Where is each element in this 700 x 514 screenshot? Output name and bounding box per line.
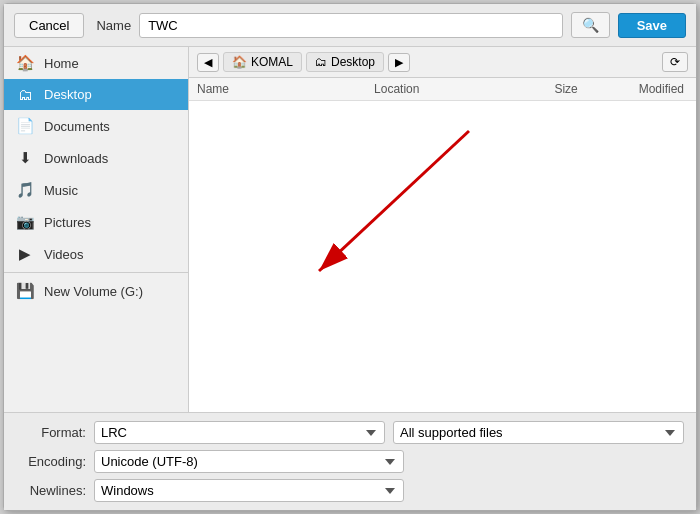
sidebar: 🏠 Home 🗂 Desktop 📄 Documents ⬇ Downloads…: [4, 47, 189, 412]
sidebar-item-downloads[interactable]: ⬇ Downloads: [4, 142, 188, 174]
col-size: Size: [507, 82, 578, 96]
sidebar-item-label: Music: [44, 183, 78, 198]
format-label: Format:: [16, 425, 86, 440]
forward-button[interactable]: ▶: [388, 53, 410, 72]
newlines-row: Newlines: Windows Unix Mac: [16, 479, 684, 502]
format-row: Format: LRC SRT ASS VTT All supported fi…: [16, 421, 684, 444]
sidebar-item-label: New Volume (G:): [44, 284, 143, 299]
name-label: Name: [96, 18, 131, 33]
sidebar-item-pictures[interactable]: 📷 Pictures: [4, 206, 188, 238]
breadcrumb-komal[interactable]: 🏠 KOMAL: [223, 52, 302, 72]
volume-icon: 💾: [16, 282, 34, 300]
sidebar-item-label: Videos: [44, 247, 84, 262]
encoding-label: Encoding:: [16, 454, 86, 469]
breadcrumb-desktop-label: Desktop: [331, 55, 375, 69]
music-icon: 🎵: [16, 181, 34, 199]
search-button[interactable]: 🔍: [571, 12, 610, 38]
breadcrumb-bar: ◀ 🏠 KOMAL 🗂 Desktop ▶ ⟳: [189, 47, 696, 78]
documents-icon: 📄: [16, 117, 34, 135]
col-location: Location: [374, 82, 507, 96]
file-area: ◀ 🏠 KOMAL 🗂 Desktop ▶ ⟳ Name Location Si…: [189, 47, 696, 412]
name-input[interactable]: [139, 13, 562, 38]
format-select[interactable]: LRC SRT ASS VTT: [94, 421, 385, 444]
refresh-button[interactable]: ⟳: [662, 52, 688, 72]
sidebar-item-documents[interactable]: 📄 Documents: [4, 110, 188, 142]
sidebar-item-home[interactable]: 🏠 Home: [4, 47, 188, 79]
red-arrow: [249, 111, 529, 301]
sidebar-item-music[interactable]: 🎵 Music: [4, 174, 188, 206]
main-area: 🏠 Home 🗂 Desktop 📄 Documents ⬇ Downloads…: [4, 47, 696, 412]
all-files-select[interactable]: All supported files All files: [393, 421, 684, 444]
bottom-controls: Format: LRC SRT ASS VTT All supported fi…: [4, 412, 696, 510]
sidebar-item-label: Home: [44, 56, 79, 71]
desktop-icon: 🗂: [16, 86, 34, 103]
pictures-icon: 📷: [16, 213, 34, 231]
home-icon: 🏠: [232, 55, 247, 69]
sidebar-item-label: Pictures: [44, 215, 91, 230]
sidebar-separator: [4, 272, 188, 273]
newlines-select[interactable]: Windows Unix Mac: [94, 479, 404, 502]
sidebar-item-label: Downloads: [44, 151, 108, 166]
encoding-row: Encoding: Unicode (UTF-8) UTF-16 ASCII L…: [16, 450, 684, 473]
downloads-icon: ⬇: [16, 149, 34, 167]
sidebar-item-desktop[interactable]: 🗂 Desktop: [4, 79, 188, 110]
svg-line-1: [319, 131, 469, 271]
sidebar-item-videos[interactable]: ▶ Videos: [4, 238, 188, 270]
home-icon: 🏠: [16, 54, 34, 72]
save-dialog: Cancel Name 🔍 Save 🏠 Home 🗂 Desktop 📄 Do…: [3, 3, 697, 511]
breadcrumb-desktop[interactable]: 🗂 Desktop: [306, 52, 384, 72]
save-button[interactable]: Save: [618, 13, 686, 38]
back-button[interactable]: ◀: [197, 53, 219, 72]
folder-icon: 🗂: [315, 55, 327, 69]
newlines-label: Newlines:: [16, 483, 86, 498]
sidebar-item-label: Desktop: [44, 87, 92, 102]
videos-icon: ▶: [16, 245, 34, 263]
encoding-select[interactable]: Unicode (UTF-8) UTF-16 ASCII Latin-1: [94, 450, 404, 473]
sidebar-item-label: Documents: [44, 119, 110, 134]
column-headers: Name Location Size Modified: [189, 78, 696, 101]
sidebar-item-volume[interactable]: 💾 New Volume (G:): [4, 275, 188, 307]
file-list: [189, 101, 696, 412]
col-name: Name: [197, 82, 374, 96]
col-modified: Modified: [578, 82, 688, 96]
breadcrumb-komal-label: KOMAL: [251, 55, 293, 69]
top-bar: Cancel Name 🔍 Save: [4, 4, 696, 47]
cancel-button[interactable]: Cancel: [14, 13, 84, 38]
search-icon: 🔍: [582, 17, 599, 33]
